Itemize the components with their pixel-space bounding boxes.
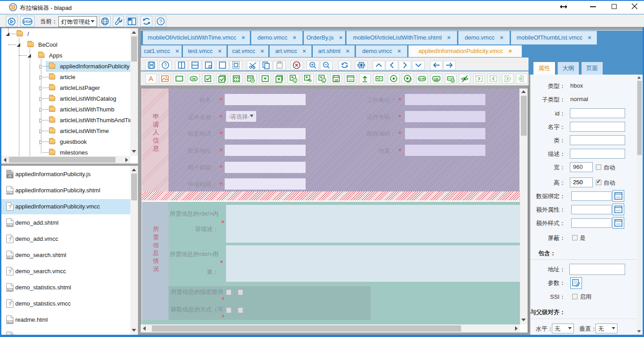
svg-text:</>: </> [616,195,621,199]
svg-text:OK: OK [191,77,196,80]
svg-text:</>: </> [616,222,621,226]
svg-text:</>: </> [348,78,353,81]
svg-text:</>: </> [616,209,621,212]
svg-text:S+R: S+R [419,77,425,80]
svg-text:C: C [323,79,325,83]
svg-text:STOP: STOP [23,20,32,23]
svg-text:?: ? [159,19,162,24]
svg-text:16: 16 [334,78,338,82]
svg-text:T: T [294,79,296,83]
svg-text:A: A [149,75,153,82]
svg-text:OK: OK [434,77,439,80]
svg-text:?: ? [164,63,167,68]
